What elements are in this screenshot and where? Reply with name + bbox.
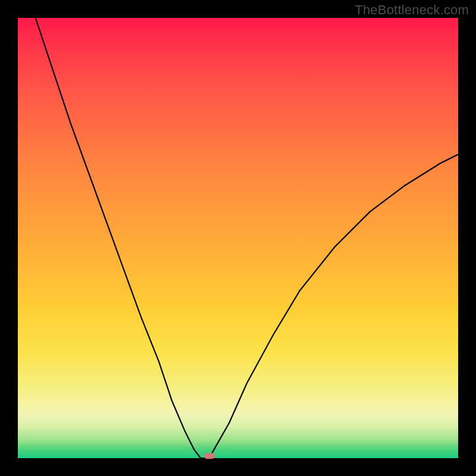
bottleneck-curve-path [36, 18, 458, 458]
chart-container: TheBottleneck.com [0, 0, 476, 476]
plot-area [18, 18, 458, 458]
curve-layer [18, 18, 458, 458]
watermark-text: TheBottleneck.com [355, 2, 469, 18]
minimum-marker [204, 453, 215, 459]
